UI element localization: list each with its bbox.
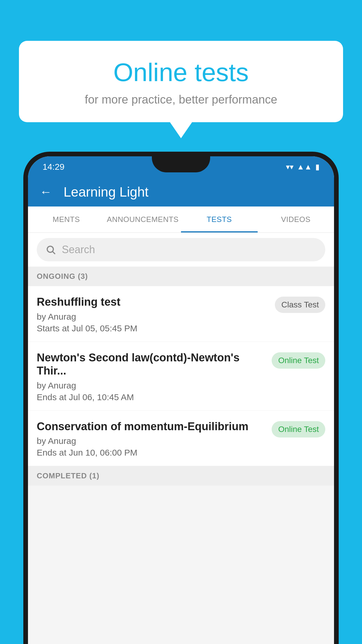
test-author: by Anurag <box>37 312 269 322</box>
test-badge: Class Test <box>275 297 325 313</box>
speech-bubble: Online tests for more practice, better p… <box>19 41 343 122</box>
search-container: Search <box>28 233 334 267</box>
svg-line-1 <box>53 252 55 254</box>
app-header: ← Learning Light <box>28 177 334 206</box>
test-list: Reshuffling test by Anurag Starts at Jul… <box>28 286 334 466</box>
test-badge: Online Test <box>272 352 325 369</box>
test-item[interactable]: Newton's Second law(contd)-Newton's Thir… <box>28 342 334 411</box>
tab-bar: MENTS ANNOUNCEMENTS TESTS VIDEOS <box>28 206 334 233</box>
tab-tests[interactable]: TESTS <box>181 206 258 232</box>
search-placeholder: Search <box>62 244 95 256</box>
status-time: 14:29 <box>43 162 64 172</box>
battery-icon: ▮ <box>315 162 319 172</box>
tab-videos[interactable]: VIDEOS <box>258 206 334 232</box>
bubble-title: Online tests <box>36 58 326 87</box>
test-time: Ends at Jun 10, 06:00 PM <box>37 448 266 458</box>
test-name: Conservation of momentum-Equilibrium <box>37 420 266 433</box>
svg-point-0 <box>47 246 53 252</box>
status-icons: ▾▾ ▲▲ ▮ <box>286 162 319 172</box>
phone-screen: 14:29 ▾▾ ▲▲ ▮ ← Learning Light MENTS ANN… <box>28 156 334 644</box>
test-item[interactable]: Conservation of momentum-Equilibrium by … <box>28 411 334 466</box>
signal-icon: ▲▲ <box>297 162 312 172</box>
test-info: Reshuffling test by Anurag Starts at Jul… <box>37 295 269 333</box>
phone-content: Search ONGOING (3) Reshuffling test by A… <box>28 233 334 644</box>
test-time: Ends at Jul 06, 10:45 AM <box>37 392 266 402</box>
search-bar[interactable]: Search <box>37 238 325 261</box>
test-author: by Anurag <box>37 381 266 391</box>
app-header-title: Learning Light <box>64 184 149 200</box>
status-bar: 14:29 ▾▾ ▲▲ ▮ <box>28 156 334 177</box>
test-time: Starts at Jul 05, 05:45 PM <box>37 323 269 333</box>
bubble-subtitle: for more practice, better performance <box>36 93 326 106</box>
tab-announcements[interactable]: ANNOUNCEMENTS <box>105 206 181 232</box>
search-icon <box>45 244 56 255</box>
completed-section-header: COMPLETED (1) <box>28 466 334 486</box>
test-badge: Online Test <box>272 421 325 438</box>
test-name: Newton's Second law(contd)-Newton's Thir… <box>37 351 266 378</box>
phone-frame: 14:29 ▾▾ ▲▲ ▮ ← Learning Light MENTS ANN… <box>23 152 339 644</box>
test-info: Newton's Second law(contd)-Newton's Thir… <box>37 351 266 402</box>
test-name: Reshuffling test <box>37 295 269 309</box>
tab-ments[interactable]: MENTS <box>28 206 105 232</box>
back-button[interactable]: ← <box>40 185 52 199</box>
wifi-icon: ▾▾ <box>286 162 294 172</box>
test-info: Conservation of momentum-Equilibrium by … <box>37 420 266 458</box>
ongoing-section-header: ONGOING (3) <box>28 267 334 286</box>
test-author: by Anurag <box>37 436 266 446</box>
test-item[interactable]: Reshuffling test by Anurag Starts at Jul… <box>28 286 334 342</box>
